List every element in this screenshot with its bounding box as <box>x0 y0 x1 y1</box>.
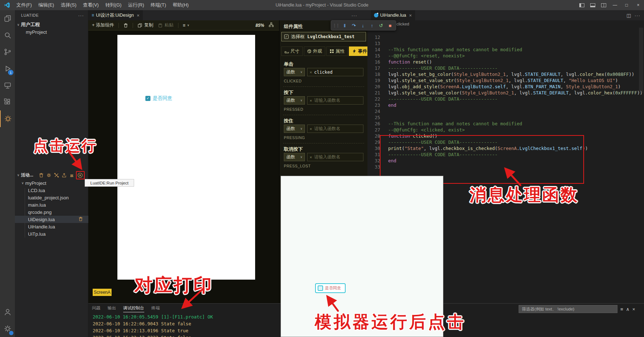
props-tab-attrs[interactable]: 属性 <box>326 46 348 56</box>
props-tab-ruler[interactable]: 尺寸 <box>281 46 303 56</box>
event-label: 单击 <box>284 61 293 68</box>
tree-root-myproject[interactable]: ∨ myProject <box>15 179 88 187</box>
tree-item-luatide_project.json[interactable]: luatide_project.json <box>15 194 88 201</box>
customize-layout-icon[interactable] <box>598 0 609 10</box>
design-canvas-screen[interactable] <box>117 35 255 280</box>
account-icon[interactable] <box>0 304 15 320</box>
screen-name-button[interactable]: ScreenA <box>93 289 112 296</box>
split-editor-icon[interactable]: ◫ <box>627 13 631 18</box>
menu-item[interactable]: 选择(S) <box>57 2 80 8</box>
search-icon[interactable] <box>0 27 15 44</box>
line-content: --This function name and notes cannot be… <box>388 46 522 53</box>
filter-icon[interactable]: ≡ <box>620 306 623 312</box>
step-over-icon[interactable]: ↷ <box>350 21 358 30</box>
maximize-button[interactable]: □ <box>621 0 632 10</box>
settings-gear-icon[interactable] <box>0 320 15 337</box>
more-actions-icon[interactable]: ··· <box>635 13 640 18</box>
selected-widget-box[interactable]: ✓ 选择框 LvglCheckbox1_test <box>281 32 366 41</box>
debug-project-icon[interactable] <box>68 172 75 179</box>
collapse-panel-icon[interactable]: ∧ <box>626 306 630 312</box>
simulator-checkbox-widget[interactable]: 是否同意 <box>315 283 346 293</box>
function-type-select[interactable]: 函数∨ <box>284 125 305 133</box>
delete-file-icon[interactable] <box>78 216 83 223</box>
paste-button[interactable]: 粘贴 <box>158 22 174 28</box>
menu-item[interactable]: 帮助(H) <box>169 2 192 8</box>
pause-icon[interactable]: ‖ <box>341 21 349 30</box>
clear-icon[interactable]: × <box>310 70 312 74</box>
tree-item-uidesign.lua[interactable]: UiDesign.lua <box>15 216 88 223</box>
toggle-sidebar-icon[interactable] <box>576 0 587 10</box>
close-panel-icon[interactable]: × <box>632 306 635 312</box>
copy-button[interactable]: 复制 <box>137 22 153 28</box>
panel-tab-item[interactable]: 问题 <box>92 305 100 312</box>
toggle-panel-icon[interactable] <box>587 0 598 10</box>
tree-item-lcd.lua[interactable]: LCD.lua <box>15 187 88 194</box>
code-line: 21lvgl.style_set_value_color(Style_LvglB… <box>367 90 644 96</box>
tree-item-main.lua[interactable]: main.lua <box>15 201 88 208</box>
run-debug-icon[interactable]: 1 <box>0 60 15 77</box>
menu-item[interactable]: 终端(T) <box>147 2 169 8</box>
delete-widget-icon[interactable] <box>123 23 128 28</box>
project-settings-icon[interactable] <box>45 172 52 179</box>
function-name-input[interactable]: ×请输入函数名 <box>307 125 363 133</box>
remote-explorer-icon[interactable] <box>0 77 15 94</box>
sidebar-item-myproject[interactable]: myProject <box>15 28 88 36</box>
title-bar: 文件(F)编辑(E)选择(S)查看(V)转到(G)运行(R)终端(T)帮助(H)… <box>0 0 644 10</box>
more-actions-icon[interactable]: ··· <box>351 13 357 18</box>
designer-checkbox-widget[interactable]: ✓ 是否同意 <box>145 95 172 102</box>
user-project-section[interactable]: ∨ 用户工程 <box>15 21 88 28</box>
function-type-select[interactable]: 函数∨ <box>284 96 305 105</box>
clear-icon[interactable]: × <box>310 127 312 131</box>
step-into-icon[interactable]: ↓ <box>359 21 367 30</box>
run-project-icon[interactable] <box>76 171 85 179</box>
extensions-icon[interactable] <box>0 94 15 110</box>
panel-tab-item[interactable]: 输出 <box>108 305 116 312</box>
luatide-icon[interactable] <box>0 110 15 127</box>
code-line: 12 <box>367 34 644 40</box>
props-tab-palette[interactable]: 外观 <box>304 46 325 56</box>
layers-menu-icon[interactable]: ≡∨ <box>183 23 189 28</box>
tree-item-uihandle.lua[interactable]: UiHandle.lua <box>15 223 88 230</box>
more-actions-icon[interactable]: ··· <box>78 13 84 18</box>
menu-item[interactable]: 转到(G) <box>102 2 125 8</box>
export-icon[interactable] <box>61 172 68 179</box>
breadcrumb-symbol[interactable]: clicked <box>397 22 409 26</box>
menu-item[interactable]: 编辑(E) <box>35 2 57 8</box>
event-section-press_lost: 取消按下函数∨×请输入函数名PRESS_LOST <box>279 146 368 174</box>
clear-icon[interactable]: × <box>310 155 312 159</box>
line-number: 21 <box>367 90 380 96</box>
tab-ui-designer[interactable]: ≡ UI设计器:UiDesign × <box>88 10 143 20</box>
step-out-icon[interactable]: ↑ <box>368 21 376 30</box>
restart-icon[interactable]: ↺ <box>377 21 385 30</box>
event-code-label: PRESSING <box>284 135 305 140</box>
menu-item[interactable]: 运行(R) <box>125 2 147 8</box>
tab-uihandle-lua[interactable]: UiHandle.lua × <box>371 10 415 20</box>
editor-scrollbar[interactable] <box>639 28 643 93</box>
close-button[interactable]: × <box>632 0 644 10</box>
minimize-button[interactable]: — <box>609 0 621 10</box>
filter-input[interactable] <box>519 305 617 313</box>
function-name-input[interactable]: ×请输入函数名 <box>307 96 363 105</box>
hierarchy-icon[interactable] <box>269 22 274 28</box>
source-control-icon[interactable] <box>0 44 15 60</box>
function-type-select[interactable]: 函数∨ <box>284 153 305 161</box>
function-type-select[interactable]: 函数∨ <box>284 68 305 76</box>
close-tab-icon[interactable]: × <box>137 13 140 18</box>
menu-item[interactable]: 文件(F) <box>13 2 35 8</box>
drag-handle-icon[interactable]: ⋮⋮ <box>333 23 339 28</box>
function-name-input[interactable]: ×clicked <box>307 68 363 76</box>
close-tab-icon[interactable]: × <box>409 13 412 18</box>
explorer-icon[interactable] <box>0 10 15 27</box>
panel-tab-item[interactable]: 终端 <box>152 305 160 312</box>
function-name-input[interactable]: ×请输入函数名 <box>307 153 363 161</box>
delete-project-icon[interactable] <box>38 172 45 179</box>
menu-item[interactable]: 查看(V) <box>80 2 102 8</box>
add-widget-button[interactable]: + 添加组件 <box>92 22 114 28</box>
sidebar-title: LUATIDE <box>21 13 39 17</box>
clear-icon[interactable]: × <box>310 98 312 103</box>
tree-item-uitp.lua[interactable]: UiTp.lua <box>15 230 88 237</box>
tree-item-qrcode.png[interactable]: qrcode.png <box>15 208 88 216</box>
panel-tab-debug-console[interactable]: 调试控制台 <box>123 305 144 312</box>
build-tools-icon[interactable] <box>53 172 60 179</box>
breadcrumb[interactable]: le.lua › clicked <box>367 20 644 28</box>
